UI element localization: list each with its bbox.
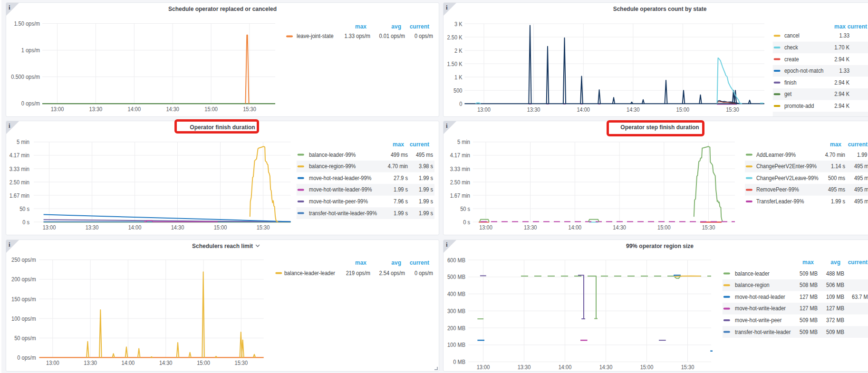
svg-text:0.500 ops/m: 0.500 ops/m: [11, 73, 40, 80]
svg-text:create: create: [784, 56, 799, 62]
svg-text:1.70 K: 1.70 K: [834, 44, 849, 50]
svg-text:promote-add: promote-add: [784, 102, 814, 109]
svg-text:300 MB: 300 MB: [447, 307, 465, 315]
svg-text:50 s: 50 s: [460, 205, 470, 212]
svg-text:200 ops/m: 200 ops/m: [11, 276, 36, 283]
svg-text:2.50 min: 2.50 min: [450, 179, 470, 186]
svg-text:4.70 min: 4.70 min: [388, 163, 408, 170]
svg-text:13:30: 13:30: [524, 224, 537, 231]
svg-text:0: 0: [459, 100, 462, 107]
svg-text:move-hot-write-leader: move-hot-write-leader: [735, 305, 786, 312]
svg-text:0 MB: 0 MB: [453, 358, 465, 365]
svg-text:14:00: 14:00: [577, 106, 590, 113]
svg-text:current: current: [848, 141, 868, 148]
svg-text:current: current: [848, 23, 867, 30]
svg-text:leave-joint-state: leave-joint-state: [297, 33, 334, 39]
svg-text:109 MB: 109 MB: [826, 293, 844, 300]
svg-text:7.96 s: 7.96 s: [394, 198, 408, 204]
svg-text:check: check: [784, 44, 798, 50]
svg-text:1.99 s: 1.99 s: [394, 210, 408, 216]
svg-text:15:00: 15:00: [657, 224, 671, 231]
svg-text:avg: avg: [830, 259, 840, 266]
svg-text:balance-region: balance-region: [735, 282, 770, 288]
svg-text:1 K: 1 K: [454, 74, 463, 81]
svg-text:epoch-not-match: epoch-not-match: [784, 67, 823, 74]
svg-text:4.17 min: 4.17 min: [10, 152, 29, 159]
svg-text:13:30: 13:30: [86, 224, 99, 231]
svg-text:15:30: 15:30: [726, 106, 739, 113]
svg-text:13:00: 13:00: [51, 106, 64, 113]
svg-text:avg: avg: [391, 259, 401, 266]
svg-text:3.98 s: 3.98 s: [419, 163, 433, 170]
svg-text:15:30: 15:30: [234, 359, 248, 366]
svg-text:max: max: [393, 141, 404, 148]
svg-text:transfer-hot-write-leader: transfer-hot-write-leader: [735, 328, 791, 335]
svg-text:13:30: 13:30: [89, 106, 103, 113]
svg-text:avg: avg: [391, 23, 401, 30]
svg-text:15:00: 15:00: [214, 224, 227, 231]
svg-text:transfer-hot-write-leader-99%: transfer-hot-write-leader-99%: [309, 210, 377, 216]
svg-text:15:30: 15:30: [257, 224, 270, 231]
svg-text:509 MB: 509 MB: [800, 328, 818, 335]
svg-text:495 ms: 495 ms: [854, 174, 868, 181]
svg-text:15:30: 15:30: [243, 106, 256, 113]
svg-text:3.33 min: 3.33 min: [450, 165, 470, 172]
svg-text:current: current: [410, 259, 429, 266]
svg-text:27.9 s: 27.9 s: [394, 174, 408, 181]
svg-text:50 s: 50 s: [19, 205, 29, 212]
svg-text:506 MB: 506 MB: [826, 282, 844, 288]
svg-text:3.33 min: 3.33 min: [10, 165, 29, 172]
svg-text:13:00: 13:00: [479, 224, 492, 231]
svg-text:1.99 s: 1.99 s: [394, 186, 408, 193]
svg-text:127 MB: 127 MB: [826, 305, 844, 312]
svg-text:move-hot-write-peer: move-hot-write-peer: [735, 316, 781, 323]
svg-text:14:00: 14:00: [569, 224, 582, 231]
svg-text:2.94 K: 2.94 K: [834, 102, 849, 109]
svg-text:get: get: [784, 91, 792, 97]
svg-text:14:00: 14:00: [122, 359, 135, 366]
svg-text:1.99 s: 1.99 s: [419, 174, 433, 181]
svg-text:13:30: 13:30: [518, 364, 531, 371]
svg-text:500 ms: 500 ms: [828, 174, 845, 181]
svg-text:2 K: 2 K: [454, 47, 463, 54]
svg-text:1.67 min: 1.67 min: [450, 192, 470, 199]
svg-text:495 ms: 495 ms: [854, 163, 868, 170]
svg-text:ChangePeerV2Enter-99%: ChangePeerV2Enter-99%: [756, 163, 817, 170]
svg-text:cancel: cancel: [784, 32, 800, 39]
svg-text:100 ops/m: 100 ops/m: [11, 315, 36, 322]
svg-text:2.50 K: 2.50 K: [447, 34, 463, 41]
svg-text:max: max: [802, 259, 814, 266]
svg-text:14:30: 14:30: [166, 106, 179, 113]
svg-text:move-hot-read-leader: move-hot-read-leader: [735, 293, 785, 300]
svg-text:max: max: [830, 141, 841, 148]
svg-text:1.14 s: 1.14 s: [831, 163, 845, 170]
svg-text:14:30: 14:30: [171, 224, 184, 231]
svg-text:488 MB: 488 MB: [826, 270, 844, 277]
svg-text:balance-region-99%: balance-region-99%: [309, 163, 356, 170]
svg-text:move-hot-write-peer-99%: move-hot-write-peer-99%: [309, 198, 368, 204]
svg-text:13:00: 13:00: [477, 364, 490, 371]
svg-text:127 MB: 127 MB: [800, 305, 818, 312]
svg-text:TransferLeader-99%: TransferLeader-99%: [756, 198, 804, 204]
svg-text:0 s: 0 s: [463, 219, 470, 226]
svg-text:2.94 K: 2.94 K: [834, 91, 849, 97]
svg-text:0.01 ops/m: 0.01 ops/m: [379, 33, 405, 39]
svg-text:14:30: 14:30: [613, 224, 626, 231]
svg-text:2.94 K: 2.94 K: [834, 79, 849, 86]
svg-text:2.54 ops/m: 2.54 ops/m: [379, 269, 405, 276]
svg-text:15:00: 15:00: [640, 364, 654, 371]
svg-text:495 ms: 495 ms: [854, 186, 868, 193]
svg-text:balance-leader: balance-leader: [735, 270, 770, 277]
svg-text:finish: finish: [784, 79, 797, 86]
svg-text:1.99 s: 1.99 s: [831, 198, 845, 204]
svg-text:RemovePeer-99%: RemovePeer-99%: [756, 186, 799, 193]
svg-text:127 MB: 127 MB: [800, 293, 818, 300]
svg-text:100 MB: 100 MB: [447, 341, 465, 348]
svg-text:509 MB: 509 MB: [800, 270, 818, 277]
svg-text:499 ms: 499 ms: [391, 151, 408, 158]
svg-text:max: max: [355, 23, 366, 30]
svg-text:200 MB: 200 MB: [447, 325, 465, 332]
svg-text:balance-leader-leader: balance-leader-leader: [284, 269, 335, 276]
svg-text:372 MB: 372 MB: [826, 316, 844, 323]
svg-text:1.99 s: 1.99 s: [857, 151, 868, 158]
